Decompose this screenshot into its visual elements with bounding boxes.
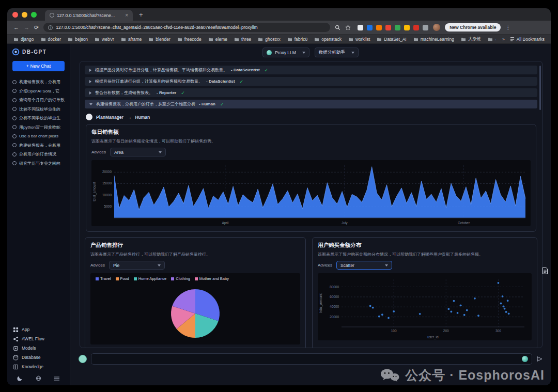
scrollbar-thumb[interactable] [539,66,541,110]
extension-icon[interactable] [358,25,363,30]
watermark: 公众号 · EosphorosAI [380,367,545,384]
chat-bubble-icon [12,134,17,138]
language-globe-icon[interactable] [36,375,41,381]
bookmarks-overflow-icon[interactable]: » [502,37,505,42]
bookmark-label: worklist [355,37,370,42]
bookmark-item[interactable]: DataSet_AI [377,36,406,42]
minimize-window-button[interactable] [22,12,27,18]
sidebar-item-app[interactable]: App [11,325,66,334]
extension-icon[interactable] [367,25,373,30]
tab-close-icon[interactable]: × [125,12,128,18]
legend-swatch [116,277,119,280]
legend-item: Home Appliance [134,276,167,281]
extension-icon[interactable] [385,25,391,30]
close-window-button[interactable] [12,12,18,18]
sidebar-history-item[interactable]: 介绍OpenAI Sora，它 [11,87,66,96]
sidebar-history-item[interactable]: 研究学历与专业之间的 [11,159,66,168]
task-row[interactable]: 构建销售报表，分析用户的订单，从至少三个维度分析- Human✓ [85,100,537,108]
send-button[interactable] [536,356,542,362]
sidebar-history-item[interactable]: 分析不同学校的毕业生 [11,114,66,123]
sidebar-history-item[interactable]: Use a bar chart pleas [11,132,66,141]
bookmark-item[interactable]: freecode [177,36,202,42]
chat-input-container[interactable] [91,353,532,365]
dark-mode-moon-icon[interactable] [17,375,23,381]
sidebar-item-database[interactable]: Database [11,353,66,362]
chat-input-row [70,348,551,367]
forward-icon[interactable]: → [24,25,29,30]
bookmark-item[interactable]: blender [148,36,170,42]
bookmark-item[interactable]: aframe [121,36,142,42]
sidebar-item-awel-flow[interactable]: AWEL Flow [11,334,66,343]
export-report-button[interactable] [541,266,549,275]
history-label: 分析不同学校的毕业生 [19,115,60,121]
task-row[interactable]: 根据月份对订单进行分组，计算每月的销售额和交易数量。- DataScientis… [85,77,537,86]
sidebar-history-item[interactable]: 构建销售报表，分析用 [11,77,66,87]
legend-label: Clothing [176,276,190,281]
bookmark-item[interactable]: three [234,36,251,42]
new-tab-button[interactable]: + [139,11,143,19]
daily-sales-title: 每日销售额 [91,129,531,136]
address-bar[interactable]: i 127.0.0.1:5000/chat/?scene=chat_agent&… [43,23,330,32]
extension-icon[interactable] [404,25,410,30]
new-chat-button[interactable]: + New Chat [12,61,65,71]
collapse-menu-icon[interactable] [54,376,60,381]
bookmark-item[interactable]: 大杂烩 [461,36,482,42]
assistant-select[interactable]: 数据分析助手 [315,48,359,57]
chevron-down-icon [89,103,92,105]
extension-icon[interactable] [423,25,428,30]
task-done-check-icon: ✓ [265,68,269,73]
history-label: 用python写一段贪吃蛇 [19,124,60,130]
extension-icon[interactable] [376,25,382,30]
bookmark-item[interactable]: webVr [95,36,114,42]
sidebar-history-item[interactable]: 比较不同院校毕业生的 [11,105,66,114]
reload-icon[interactable]: ⟳ [34,25,39,30]
bookmarks-bar: djangodockerbejsonwebVraframeblenderfree… [7,35,551,44]
daily-advice-select[interactable]: Area [110,148,166,156]
extension-icon[interactable] [395,25,400,30]
chrome-update-button[interactable]: New Chrome available [445,23,501,32]
bookmark-item[interactable]: openstack [314,36,342,42]
legend-swatch [96,277,99,280]
bookmark-item[interactable]: django [13,36,34,42]
tab-title: 127.0.0.1:5000/chat/?scene... [57,13,122,18]
sidebar-item-models[interactable]: Models [11,343,66,353]
bookmark-item[interactable]: ghostxx [258,36,280,42]
all-bookmarks-button[interactable]: All Bookmarks [510,37,545,42]
zoom-window-button[interactable] [31,12,37,18]
browser-menu-icon[interactable]: ⋮ [505,25,510,30]
sidebar-history-item[interactable]: 分析用户的订单情况 [11,150,66,159]
task-text: 整合分析数据，生成销售报表。 [95,90,153,96]
agent-from-label: PlanManager [96,115,123,120]
profile-avatar[interactable] [433,24,440,31]
chat-input[interactable] [95,356,519,362]
browser-tab[interactable]: 127.0.0.1:5000/chat/?scene... × [45,10,133,21]
bookmark-item[interactable]: eleme [208,36,227,42]
database-icon [13,355,19,360]
sidebar-history-item[interactable]: 构建销售报表，分析用 [11,141,66,150]
sidebar-item-knowledge[interactable]: Knowledge [11,362,66,371]
chat-scroll-container[interactable]: 根据产品分类对订单进行分组，计算品销售额、平均销售额和交易数量。- DataSc… [80,61,542,348]
search-icon[interactable] [335,25,340,30]
extension-icon[interactable] [413,25,419,30]
back-icon[interactable]: ← [13,25,19,30]
bookmark-item[interactable]: bejson [68,36,88,42]
site-info-icon[interactable]: i [48,25,53,30]
task-row[interactable]: 根据产品分类对订单进行分组，计算品销售额、平均销售额和交易数量。- DataSc… [85,66,537,74]
sidebar-history-item[interactable]: 查询每个月用户的订单数 [11,96,66,105]
pie-advice-select[interactable]: Pie [109,261,165,270]
bookmark-item[interactable]: ethereum [488,36,495,42]
bookmark-label: ghostxx [265,37,280,42]
bookmark-item[interactable]: docker [41,36,61,42]
svg-text:60000: 60000 [330,295,339,299]
sidebar-footer: AppAWEL FlowModelsDatabaseKnowledge [11,325,66,371]
task-row[interactable]: 整合分析数据，生成销售报表。- Reporter✓ [85,88,537,97]
scatter-advice-select[interactable]: Scatter [336,261,392,270]
sidebar-history-item[interactable]: 用python写一段贪吃蛇 [11,123,66,132]
bookmark-star-icon[interactable] [345,25,351,30]
url-text: 127.0.0.1:5000/chat/?scene=chat_agent&id… [56,25,257,30]
model-select[interactable]: Proxy LLM [262,48,309,57]
agent-to-label: Human [135,115,150,120]
bookmark-item[interactable]: machineLearning [413,36,454,42]
bookmark-item[interactable]: fabric8 [287,36,308,42]
bookmark-item[interactable]: worklist [348,36,370,42]
